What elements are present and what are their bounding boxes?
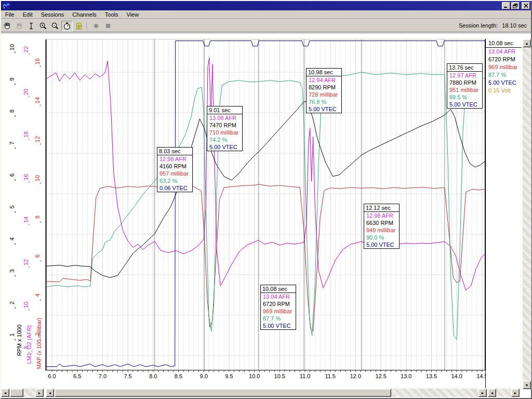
marker-value-map: 957 millibar	[157, 170, 192, 177]
axis-scroll-right-button[interactable]: ►	[35, 389, 44, 397]
afr-axis-tick: 10	[23, 302, 29, 308]
marker-value-vtec: 5.00 VTEC	[364, 241, 399, 248]
marker-value-pct: 76.8 %	[307, 98, 341, 105]
svg-text:11.5: 11.5	[325, 373, 336, 379]
marker-callout[interactable]: 10.08 sec13.04 AFR6720 RPM969 millibar87…	[260, 285, 296, 330]
map-axis-tick: 12	[34, 136, 41, 142]
marker-value-pct: 74.2 %	[207, 136, 242, 143]
afr-axis-tick: 12	[23, 259, 29, 265]
rpm-axis-tick: 3	[9, 269, 15, 272]
marker-value-vtec: 0.06 VTEC	[157, 184, 192, 192]
marker-value-afr: 13.04 AFR	[261, 293, 296, 300]
marker-callout[interactable]: 13.76 sec12.97 AFR7880 RPM951 millibar89…	[447, 63, 483, 109]
map-axis-title: MAP (x 100 millibar)	[36, 318, 42, 369]
legend-panel: 10.08 sec 13.04 AFR6720 RPM969 millibar8…	[485, 39, 522, 388]
legend-scroll-left-button[interactable]: ◄	[488, 389, 496, 397]
marker-time: 13.76 sec	[447, 64, 482, 72]
scroll-down-button[interactable]: ▼	[523, 381, 531, 389]
marker-value-pct: 87.7 %	[261, 315, 296, 322]
rpm-axis-tick: 2	[9, 301, 15, 304]
svg-text:7.5: 7.5	[124, 373, 131, 379]
marker-value-rpm: 8290 RPM	[307, 84, 341, 91]
svg-text:10.5: 10.5	[274, 373, 285, 379]
marker-time: 10.98 sec	[307, 69, 341, 76]
marker-callout[interactable]: 8.03 sec12.98 AFR4160 RPM957 millibar63.…	[157, 147, 193, 192]
trace-afr	[46, 58, 485, 290]
svg-text:6.0: 6.0	[48, 373, 56, 379]
map-axis-tick: 4	[34, 294, 41, 297]
legend-entry-pct: 87.7 %	[486, 71, 522, 79]
marker-value-afr: 12.98 AFR	[157, 155, 192, 163]
map-axis-tick: 16	[34, 58, 41, 64]
map-axis-tick: 14	[34, 97, 41, 103]
rpm-axis-tick: 9	[9, 77, 15, 81]
marker-value-vtec: 5.00 VTEC	[207, 143, 242, 151]
rpm-axis-tick: 6	[9, 174, 15, 177]
map-axis-tick: 10	[34, 175, 41, 181]
map-axis-tick: 8	[34, 216, 41, 219]
legend-entry-rpm: 6720 RPM	[486, 56, 522, 63]
x-axis-labels: 6.06.57.07.58.08.59.09.510.010.511.011.5…	[48, 370, 487, 379]
legend-entry-afr: 13.04 AFR	[486, 48, 522, 56]
svg-text:7.0: 7.0	[99, 373, 107, 379]
svg-text:13.5: 13.5	[426, 373, 437, 379]
marker-value-map: 949 millibar	[364, 227, 399, 234]
afr-axis-tick: 14	[23, 217, 29, 223]
svg-text:11.0: 11.0	[300, 373, 311, 379]
rpm-axis-tick: 10	[9, 44, 15, 50]
svg-text:14.0: 14.0	[451, 373, 462, 379]
marker-time: 9.01 sec	[207, 107, 242, 114]
afr-axis-tick: 18	[23, 131, 29, 138]
marker-value-pct: 90.0 %	[364, 234, 399, 241]
afr-axis-title: LM1_O2 (AFR)	[26, 325, 32, 364]
legend-entry-vtec: 5.00 VTEC	[486, 79, 522, 87]
axis-scrollbar-thumb[interactable]	[10, 389, 23, 397]
legend-entry-volt: 0.15 Volt	[486, 87, 522, 95]
main-scroll-right-button[interactable]: ►	[478, 389, 487, 397]
marker-value-pct: 63.2 %	[157, 177, 192, 184]
marker-value-vtec: 5.00 VTEC	[447, 101, 482, 108]
logworks-window: FileEditSessionsChannelsToolsView	[0, 0, 532, 399]
rpm-axis-tick: 1	[9, 333, 15, 336]
marker-time: 12.12 sec	[364, 204, 399, 212]
marker-value-vtec: 5.00 VTEC	[261, 322, 296, 329]
marker-value-map: 969 millibar	[261, 308, 296, 315]
rpm-axis-tick: 4	[9, 237, 15, 241]
axis-scroll-left-button[interactable]: ◄	[1, 389, 9, 397]
vertical-scrollbar[interactable]	[523, 39, 531, 389]
legend-time: 10.08 sec	[486, 39, 522, 48]
scroll-up-button[interactable]: ▲	[523, 39, 531, 47]
svg-text:13.0: 13.0	[401, 373, 411, 379]
afr-axis-tick: 16	[23, 174, 29, 180]
marker-value-rpm: 7880 RPM	[447, 79, 482, 86]
afr-axis-tick: 22	[23, 46, 29, 52]
marker-value-afr: 12.98 AFR	[364, 212, 399, 219]
legend-entry-map: 969 millibar	[486, 63, 522, 71]
main-scrollbar-thumb[interactable]	[55, 389, 391, 397]
marker-callout[interactable]: 9.01 sec13.08 AFR7470 RPM710 millibar74.…	[207, 106, 243, 151]
marker-value-pct: 89.5 %	[447, 94, 482, 101]
marker-time: 8.03 sec	[157, 148, 192, 155]
marker-value-rpm: 7470 RPM	[207, 122, 242, 129]
marker-value-vtec: 5.00 VTEC	[307, 105, 341, 113]
afr-axis-tick: 20	[23, 89, 29, 95]
rpm-axis-tick: 5	[9, 205, 15, 208]
marker-value-map: 951 millibar	[447, 86, 482, 94]
rpm-axis-tick: 8	[9, 110, 15, 113]
marker-value-map: 728 millibar	[307, 91, 341, 98]
main-scroll-left-button[interactable]: ◄	[46, 389, 54, 397]
svg-text:9.5: 9.5	[225, 373, 233, 379]
marker-callout[interactable]: 10.98 sec12.94 AFR8290 RPM728 millibar76…	[306, 68, 342, 113]
marker-time: 10.08 sec	[261, 285, 296, 293]
marker-value-rpm: 4160 RPM	[157, 163, 192, 170]
rpm-axis-title: RPM x 1000	[16, 325, 22, 356]
svg-text:6.5: 6.5	[73, 373, 81, 379]
svg-text:9.0: 9.0	[200, 373, 208, 379]
chart-plot-area[interactable]: 6.06.57.07.58.08.59.09.510.010.511.011.5…	[0, 0, 532, 399]
marker-callout[interactable]: 12.12 sec12.98 AFR6630 RPM949 millibar90…	[364, 204, 400, 249]
rpm-axis-tick: 7	[9, 141, 15, 144]
svg-text:12.5: 12.5	[375, 373, 386, 379]
marker-value-afr: 12.94 AFR	[307, 76, 341, 84]
svg-text:8.5: 8.5	[175, 373, 182, 379]
legend-scroll-right-button[interactable]: ►	[511, 389, 520, 397]
